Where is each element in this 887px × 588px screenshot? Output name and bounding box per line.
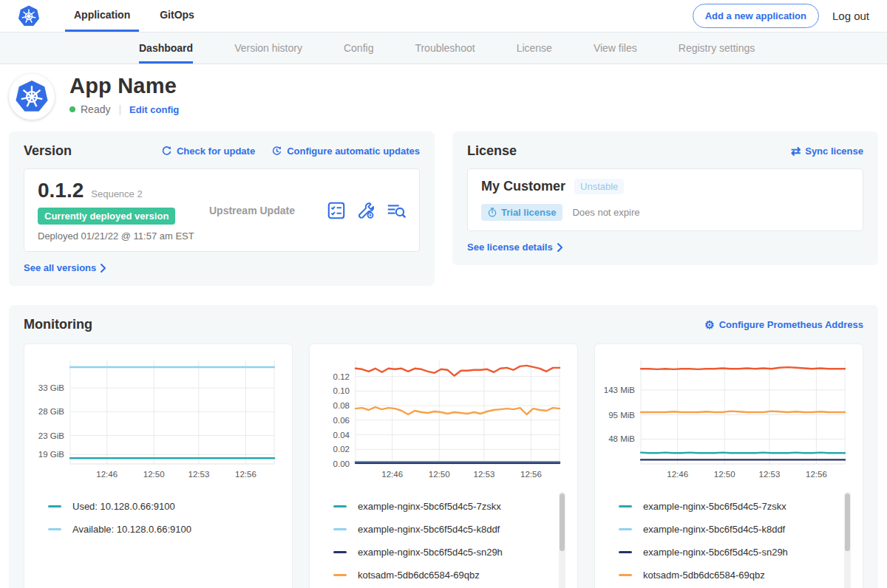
- nav-tab-gitops[interactable]: GitOps: [151, 0, 203, 32]
- version-card-title: Version: [24, 143, 72, 159]
- see-license-details-link[interactable]: See license details: [467, 242, 563, 253]
- tab-dashboard[interactable]: Dashboard: [139, 42, 193, 64]
- legend-scrollbar[interactable]: [844, 492, 851, 588]
- chevron-right-icon: [557, 243, 563, 252]
- legend-item: example-nginx-5bc6f5d4c5-7zskx: [619, 495, 846, 518]
- tab-registry-settings[interactable]: Registry settings: [679, 42, 755, 64]
- legend-item: Available: 10.128.0.66:9100: [48, 518, 276, 541]
- legend-item: example-nginx-5bc6f5d4c5-k8ddf: [619, 518, 846, 541]
- legend-label: Available: 10.128.0.66:9100: [72, 524, 191, 535]
- customer-name: My Customer: [481, 179, 565, 194]
- cpu-usage-chart: 0.120.100.080.060.040.020.0012:4612:5012…: [316, 352, 571, 488]
- legend-swatch: [333, 505, 347, 507]
- license-panel: My Customer Unstable Trial license Does …: [467, 168, 863, 231]
- configure-prometheus-label: Configure Prometheus Address: [719, 319, 863, 330]
- svg-text:0.06: 0.06: [333, 416, 350, 425]
- legend-scrollbar[interactable]: [559, 492, 565, 588]
- cpu-usage-legend: example-nginx-5bc6f5d4c5-7zskxexample-ng…: [333, 495, 561, 587]
- tab-license[interactable]: License: [517, 42, 552, 64]
- license-card-title: License: [467, 143, 517, 159]
- see-all-versions-link[interactable]: See all versions: [24, 262, 106, 273]
- legend-swatch: [619, 551, 632, 553]
- svg-text:0.02: 0.02: [333, 445, 350, 454]
- top-nav: Application GitOps Add a new application…: [0, 0, 887, 33]
- kubernetes-logo-icon: [18, 5, 40, 27]
- kubernetes-app-icon: [15, 80, 49, 114]
- version-number: 0.1.2: [38, 179, 84, 202]
- svg-text:12:53: 12:53: [474, 470, 495, 479]
- svg-text:12:56: 12:56: [235, 470, 256, 479]
- legend-swatch: [619, 574, 632, 576]
- tab-config[interactable]: Config: [344, 42, 373, 64]
- svg-text:12:46: 12:46: [381, 470, 403, 479]
- status-dot: [69, 106, 75, 112]
- trial-license-badge: Trial license: [481, 204, 563, 221]
- memory-usage-legend: example-nginx-5bc6f5d4c5-7zskxexample-ng…: [619, 495, 846, 587]
- sequence-label: Sequence 2: [91, 188, 142, 199]
- add-new-application-button[interactable]: Add a new application: [693, 4, 819, 28]
- legend-item: example-nginx-5bc6f5d4c5-k8ddf: [333, 518, 561, 541]
- legend-item: example-nginx-5bc6f5d4c5-sn29h: [619, 541, 846, 564]
- svg-text:12:56: 12:56: [806, 470, 827, 479]
- view-diff-logs-icon[interactable]: [387, 202, 406, 219]
- svg-text:143 MiB: 143 MiB: [604, 386, 636, 394]
- svg-text:0.10: 0.10: [333, 386, 350, 395]
- logout-link[interactable]: Log out: [832, 10, 869, 22]
- version-card: Version Check for update: [9, 131, 435, 286]
- current-version-panel: 0.1.2 Sequence 2 Currently deployed vers…: [24, 168, 420, 252]
- legend-swatch: [619, 505, 632, 507]
- legend-swatch: [333, 574, 347, 576]
- legend-item: example-nginx-5bc6f5d4c5-7zskx: [333, 495, 561, 518]
- tab-version-history[interactable]: Version history: [234, 42, 302, 64]
- nav-tab-application[interactable]: Application: [65, 0, 139, 32]
- legend-scrollbar-thumb[interactable]: [845, 493, 850, 551]
- preflight-checks-icon[interactable]: [327, 202, 345, 219]
- legend-item: example-nginx-5bc6f5d4c5-sn29h: [333, 541, 561, 564]
- channel-badge: Unstable: [574, 179, 624, 194]
- monitoring-section: Monitoring ⚙ Configure Prometheus Addres…: [9, 305, 878, 588]
- svg-text:95 MiB: 95 MiB: [608, 411, 635, 420]
- disk-usage-chart-card: 33 GiB28 GiB23 GiB19 GiB12:4612:5012:531…: [24, 343, 293, 588]
- tab-troubleshoot[interactable]: Troubleshoot: [415, 42, 475, 64]
- legend-label: example-nginx-5bc6f5d4c5-7zskx: [643, 501, 786, 512]
- memory-usage-chart-card: 143 MiB95 MiB48 MiB12:4612:5012:5312:56 …: [594, 343, 863, 588]
- legend-label: kotsadm-5db6dc6584-69qbz: [358, 570, 480, 581]
- release-type-label: Upstream Update: [209, 205, 327, 216]
- status-label: Ready: [81, 103, 110, 115]
- svg-text:12:53: 12:53: [759, 470, 781, 479]
- auto-update-clock-icon: [271, 146, 282, 157]
- disk-usage-legend: Used: 10.128.0.66:9100Available: 10.128.…: [48, 495, 276, 541]
- cpu-usage-chart-card: 0.120.100.080.060.040.020.0012:4612:5012…: [309, 343, 578, 588]
- expiry-label: Does not expire: [572, 207, 639, 218]
- check-for-update-link[interactable]: Check for update: [161, 146, 255, 157]
- legend-label: example-nginx-5bc6f5d4c5-sn29h: [643, 547, 788, 558]
- sync-license-link[interactable]: ⇄ Sync license: [791, 144, 863, 158]
- legend-swatch: [333, 551, 347, 553]
- legend-label: example-nginx-5bc6f5d4c5-k8ddf: [358, 524, 500, 535]
- app-sub-nav: Dashboard Version history Config Trouble…: [0, 33, 887, 64]
- edit-config-link[interactable]: Edit config: [129, 104, 179, 115]
- chevron-right-icon: [100, 264, 106, 273]
- legend-label: kotsadm-5db6dc6584-69qbz: [643, 570, 765, 581]
- memory-usage-chart: 143 MiB95 MiB48 MiB12:4612:5012:5312:56: [601, 352, 857, 488]
- svg-text:12:53: 12:53: [188, 470, 210, 479]
- configure-automatic-updates-link[interactable]: Configure automatic updates: [271, 146, 420, 157]
- kubernetes-logo[interactable]: [18, 0, 40, 32]
- configure-prometheus-link[interactable]: ⚙ Configure Prometheus Address: [704, 318, 863, 332]
- svg-text:12:46: 12:46: [96, 470, 118, 479]
- configure-automatic-updates-label: Configure automatic updates: [287, 146, 420, 157]
- svg-text:0.00: 0.00: [333, 459, 350, 468]
- license-card: License ⇄ Sync license My Customer Unsta…: [452, 131, 878, 265]
- legend-label: example-nginx-5bc6f5d4c5-7zskx: [358, 501, 501, 512]
- legend-scrollbar-thumb[interactable]: [560, 493, 565, 551]
- svg-text:0.08: 0.08: [333, 401, 350, 410]
- svg-text:12:50: 12:50: [714, 470, 735, 479]
- svg-text:12:50: 12:50: [429, 470, 450, 479]
- edit-config-wrench-icon[interactable]: [357, 202, 375, 219]
- legend-swatch: [48, 528, 61, 530]
- svg-text:28 GiB: 28 GiB: [38, 407, 64, 416]
- tab-view-files[interactable]: View files: [594, 42, 637, 64]
- legend-label: example-nginx-5bc6f5d4c5-sn29h: [358, 547, 503, 558]
- svg-text:12:56: 12:56: [520, 470, 542, 479]
- refresh-icon: [161, 146, 172, 157]
